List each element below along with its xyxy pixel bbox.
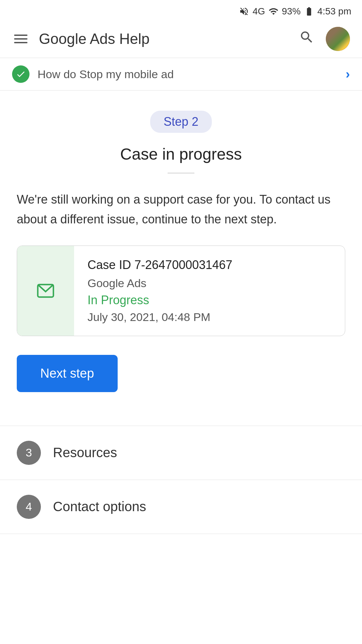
step-number-3: 3	[17, 441, 41, 465]
case-status: In Progress	[87, 293, 331, 307]
case-card[interactable]: Case ID 7-2647000031467 Google Ads In Pr…	[17, 246, 345, 336]
email-icon	[34, 281, 58, 300]
battery-text: 93%	[282, 6, 301, 17]
case-id: Case ID 7-2647000031467	[87, 258, 331, 272]
step-label-contact-options: Contact options	[53, 499, 146, 514]
battery-icon	[304, 6, 314, 16]
step-title: Case in progress	[17, 145, 345, 163]
prev-question-text: How do Stop my mobile ad	[38, 68, 338, 81]
time-text: 4:53 pm	[317, 6, 351, 17]
case-date: July 30, 2021, 04:48 PM	[87, 311, 331, 324]
step-label-resources: Resources	[53, 445, 117, 460]
main-content: Step 2 Case in progress We're still work…	[0, 91, 362, 426]
menu-button[interactable]	[12, 33, 29, 45]
step-item-resources[interactable]: 3 Resources	[0, 426, 362, 480]
next-step-button[interactable]: Next step	[17, 355, 118, 392]
step-item-contact-options[interactable]: 4 Contact options	[0, 480, 362, 534]
step-badge-container: Step 2	[17, 111, 345, 133]
nav-bar: Google Ads Help	[0, 20, 362, 58]
step-items-list: 3 Resources 4 Contact options	[0, 426, 362, 534]
status-icons: 4G 93% 4:53 pm	[239, 6, 351, 17]
prev-question-bar[interactable]: How do Stop my mobile ad ›	[0, 58, 362, 91]
arrow-icon: ›	[346, 67, 350, 82]
case-product: Google Ads	[87, 277, 331, 290]
search-button[interactable]	[297, 28, 316, 50]
step-description: We're still working on a support case fo…	[17, 190, 345, 229]
app-title: Google Ads Help	[39, 31, 288, 47]
step-number-4: 4	[17, 495, 41, 519]
case-card-icon-area	[17, 246, 74, 336]
signal-text: 4G	[252, 6, 265, 17]
check-icon	[12, 65, 29, 83]
user-avatar[interactable]	[326, 27, 350, 51]
signal-icon	[268, 6, 279, 16]
case-card-details: Case ID 7-2647000031467 Google Ads In Pr…	[74, 246, 345, 336]
mute-icon	[239, 6, 249, 16]
step-title-divider	[168, 173, 194, 173]
step-badge: Step 2	[150, 111, 212, 133]
status-bar: 4G 93% 4:53 pm	[0, 0, 362, 20]
